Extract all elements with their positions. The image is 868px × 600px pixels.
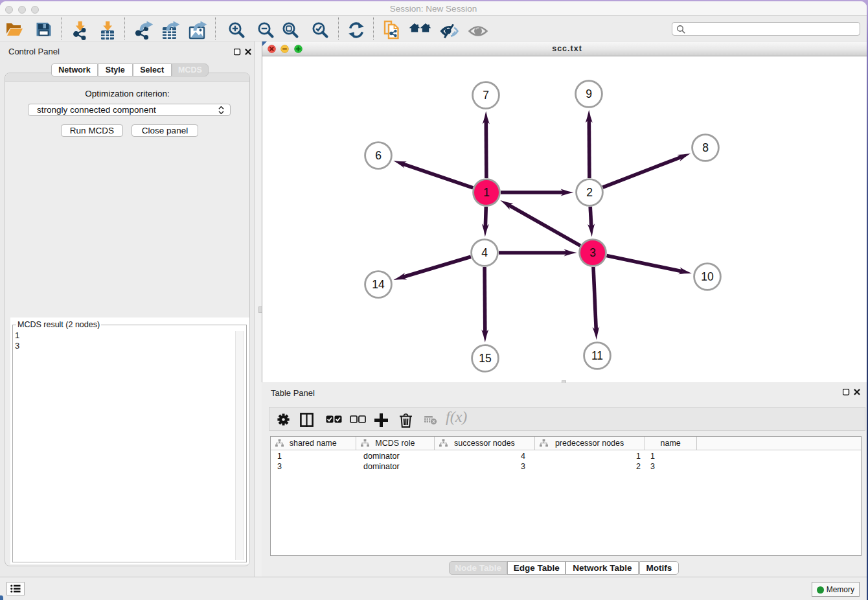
svg-text:7: 7: [483, 89, 489, 102]
svg-text:2: 2: [586, 186, 593, 199]
svg-text:10: 10: [701, 270, 714, 283]
svg-text:14: 14: [372, 278, 385, 291]
svg-text:11: 11: [591, 349, 603, 362]
svg-text:15: 15: [479, 352, 491, 365]
svg-text:4: 4: [481, 246, 488, 259]
svg-text:3: 3: [589, 246, 596, 259]
svg-text:6: 6: [375, 149, 382, 162]
svg-text:8: 8: [702, 141, 709, 154]
svg-text:9: 9: [586, 87, 592, 100]
svg-text:1: 1: [483, 186, 490, 199]
